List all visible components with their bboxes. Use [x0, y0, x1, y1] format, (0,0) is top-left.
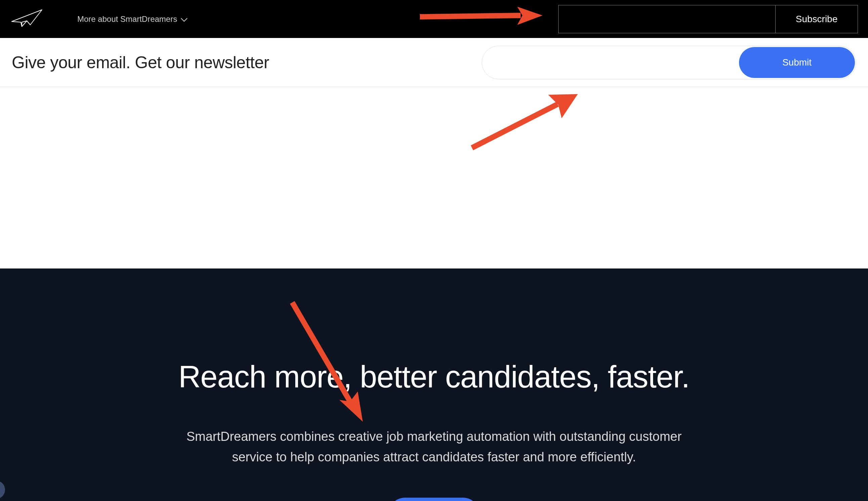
top-header: More about SmartDreamers Subscribe — [0, 0, 868, 38]
newsletter-form: Submit — [482, 46, 856, 79]
paper-plane-logo-icon — [10, 8, 44, 30]
subscribe-container: Subscribe — [558, 5, 858, 33]
more-about-dropdown[interactable]: More about SmartDreamers — [77, 14, 186, 24]
nav-label: More about SmartDreamers — [77, 14, 177, 24]
newsletter-bar: Give your email. Get our newsletter Subm… — [0, 38, 868, 87]
learn-more-button[interactable]: Learn more — [388, 498, 480, 501]
subscribe-email-input[interactable] — [558, 6, 775, 33]
submit-button[interactable]: Submit — [739, 47, 855, 78]
hero-subtext: SmartDreamers combines creative job mark… — [165, 426, 703, 467]
content-whitespace — [0, 87, 868, 268]
hero-section: Reach more, better candidates, faster. S… — [0, 268, 868, 501]
chevron-down-icon — [181, 15, 188, 21]
hero-headline: Reach more, better candidates, faster. — [178, 359, 690, 394]
newsletter-heading: Give your email. Get our newsletter — [12, 53, 269, 72]
subscribe-button[interactable]: Subscribe — [775, 6, 858, 33]
